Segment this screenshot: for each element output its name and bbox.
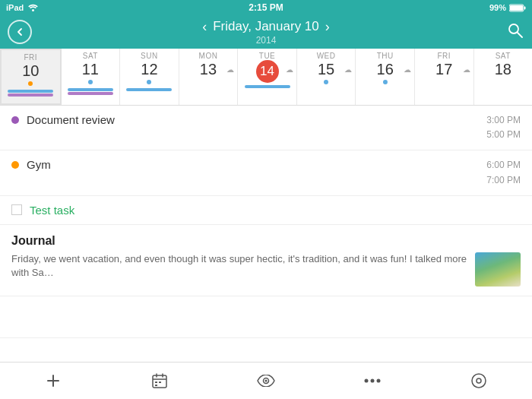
event-bar — [68, 92, 113, 95]
day-name: TUE — [259, 52, 276, 60]
header-year: 2014 — [202, 35, 330, 46]
event-time: 6:00 PM 7:00 PM — [486, 158, 521, 187]
svg-rect-3 — [510, 5, 523, 11]
svg-point-16 — [265, 380, 268, 382]
svg-point-18 — [371, 379, 375, 383]
task-title: Test task — [30, 204, 74, 217]
cloud-icon: ☁ — [344, 65, 352, 74]
search-button[interactable] — [508, 23, 523, 42]
next-month-button[interactable]: › — [325, 19, 330, 35]
settings-button[interactable] — [462, 364, 496, 397]
status-right: 99% — [489, 3, 526, 12]
calendar-day[interactable]: TUE14☁ — [238, 49, 297, 105]
day-name: FRI — [437, 52, 451, 60]
day-events — [62, 87, 120, 96]
event-row[interactable]: Document review 3:00 PM 5:00 PM — [0, 106, 532, 150]
eye-button[interactable] — [249, 364, 283, 397]
day-events — [120, 87, 179, 92]
calendar-button[interactable] — [143, 364, 176, 397]
settings-icon — [470, 372, 487, 389]
event-title: Document review — [27, 113, 486, 126]
day-number: 11 — [82, 60, 99, 78]
day-number: 12 — [141, 60, 157, 78]
battery-label: 99% — [489, 3, 506, 12]
event-bar — [68, 88, 113, 91]
journal-image — [475, 252, 521, 287]
day-number: 18 — [495, 60, 511, 78]
calendar-day[interactable]: FRI17☁ — [415, 49, 474, 105]
calendar-day[interactable]: MON13☁ — [179, 49, 239, 105]
svg-rect-2 — [524, 6, 526, 9]
day-dot — [147, 80, 151, 84]
day-dot — [324, 80, 328, 84]
day-name: WED — [317, 52, 336, 60]
add-icon — [45, 372, 62, 389]
more-button[interactable] — [356, 364, 389, 397]
wifi-icon — [27, 4, 39, 12]
header-date: Friday, January 10 — [213, 19, 319, 34]
calendar-day[interactable]: SAT18 — [474, 49, 533, 105]
day-number: 17 — [435, 60, 452, 78]
add-button[interactable] — [36, 364, 70, 397]
day-number: 16 — [377, 60, 394, 78]
event-time: 3:00 PM 5:00 PM — [486, 113, 521, 142]
task-checkbox[interactable] — [11, 204, 22, 215]
calendar-day[interactable]: FRI10 — [0, 49, 62, 105]
day-number: 13 — [200, 60, 217, 78]
header-title: ‹ Friday, January 10 › 2014 — [202, 19, 330, 46]
journal-text: Friday, we went vacation, and even thoug… — [11, 252, 467, 287]
day-dot — [28, 81, 33, 86]
battery-icon — [509, 4, 526, 12]
empty-row-2 — [0, 338, 532, 362]
task-row[interactable]: Test task — [0, 196, 532, 225]
day-name: SAT — [83, 52, 98, 60]
day-name: SUN — [141, 52, 158, 60]
event-title: Gym — [27, 158, 486, 171]
day-name: SAT — [496, 52, 511, 60]
svg-point-19 — [377, 379, 381, 383]
svg-rect-13 — [159, 382, 161, 383]
prev-month-button[interactable]: ‹ — [202, 19, 207, 35]
day-name: MON — [199, 52, 218, 60]
status-bar: iPad 2:15 PM 99% — [0, 0, 532, 15]
status-time: 2:15 PM — [249, 2, 283, 13]
main-content: Document review 3:00 PM 5:00 PM Gym 6:00… — [0, 106, 532, 362]
event-row[interactable]: Gym 6:00 PM 7:00 PM — [0, 150, 532, 195]
svg-point-0 — [32, 9, 34, 11]
calendar-day[interactable]: SUN12 — [120, 49, 179, 105]
event-bar — [8, 90, 53, 93]
journal-title: Journal — [11, 234, 521, 248]
event-dot — [11, 116, 19, 124]
day-events — [238, 84, 296, 89]
svg-rect-12 — [155, 382, 157, 383]
event-bar — [245, 85, 290, 88]
journal-section[interactable]: Journal Friday, we went vacation, and ev… — [0, 225, 532, 296]
event-bar — [8, 93, 53, 97]
cloud-icon: ☁ — [404, 65, 411, 74]
cloud-icon: ☁ — [286, 65, 293, 74]
calendar-strip: FRI10SAT11SUN12MON13☁TUE14☁WED15☁THU16☁F… — [0, 49, 532, 106]
back-icon — [15, 27, 24, 36]
day-name: FRI — [24, 53, 37, 62]
svg-point-20 — [472, 374, 486, 388]
svg-rect-14 — [155, 385, 157, 386]
calendar-day[interactable]: SAT11 — [62, 49, 121, 105]
journal-content: Friday, we went vacation, and even thoug… — [11, 252, 521, 287]
day-number: 15 — [318, 60, 334, 78]
search-icon — [508, 23, 523, 38]
calendar-day[interactable]: WED15☁ — [297, 49, 356, 105]
svg-point-4 — [509, 24, 518, 33]
calendar-day[interactable]: THU16☁ — [356, 49, 415, 105]
calendar-icon — [151, 372, 168, 389]
event-dot — [11, 161, 19, 169]
back-button[interactable] — [8, 20, 32, 44]
event-bar — [126, 88, 172, 91]
svg-point-17 — [365, 379, 369, 383]
empty-row-1 — [0, 296, 532, 338]
day-number: 10 — [22, 62, 39, 80]
day-dot — [88, 80, 93, 84]
day-name: THU — [377, 52, 394, 60]
journal-thumbnail — [475, 252, 521, 287]
status-left: iPad — [6, 3, 39, 12]
bottom-toolbar — [0, 362, 532, 399]
